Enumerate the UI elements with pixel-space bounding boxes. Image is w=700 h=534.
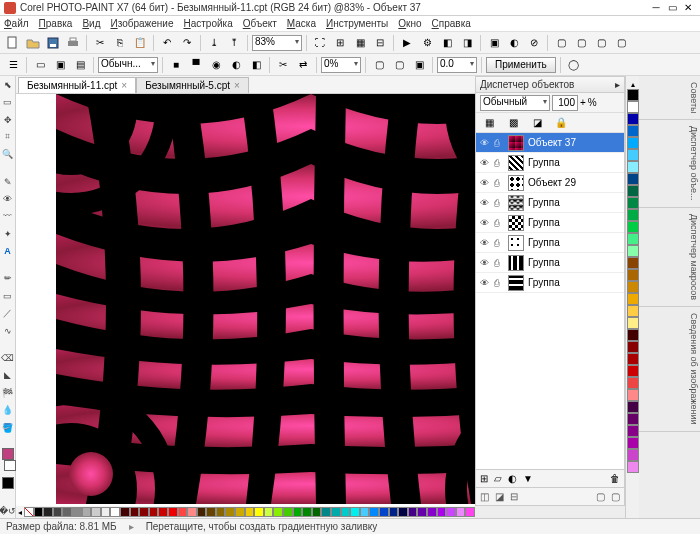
print-icon[interactable]: ⎙ <box>494 178 504 188</box>
color-swatch[interactable] <box>627 461 639 473</box>
color-swatch[interactable] <box>139 507 149 517</box>
copy-button[interactable]: ⎘ <box>111 34 129 52</box>
blendmode-combo[interactable]: Обычн... <box>98 57 158 73</box>
new-group-button[interactable]: ▱ <box>494 473 502 484</box>
new-mask-button[interactable]: ◐ <box>508 473 517 484</box>
fg-color[interactable] <box>2 448 14 460</box>
mask-remove-button[interactable]: ⊘ <box>525 34 543 52</box>
opts2-button[interactable]: ▢ <box>611 491 620 502</box>
swatch-left-icon[interactable]: ◂ <box>16 508 24 517</box>
color-swatch[interactable] <box>283 507 293 517</box>
lock-trans-button[interactable]: ▦ <box>480 114 498 132</box>
layer-row[interactable]: 👁⎙Группа <box>476 153 624 173</box>
color-swatch[interactable] <box>627 377 639 389</box>
redo-button[interactable]: ↷ <box>178 34 196 52</box>
color-swatch[interactable] <box>417 507 427 517</box>
color-swatch[interactable] <box>43 507 53 517</box>
plus-icon[interactable]: + <box>580 97 586 108</box>
color-swatch[interactable] <box>627 173 639 185</box>
visibility-icon[interactable]: 👁 <box>480 258 490 268</box>
new-button[interactable] <box>4 34 22 52</box>
close-tab-icon[interactable]: × <box>234 80 240 91</box>
print-icon[interactable]: ⎙ <box>494 198 504 208</box>
color-swatch[interactable] <box>149 507 159 517</box>
color-swatch[interactable] <box>627 221 639 233</box>
color-swatch[interactable] <box>264 507 274 517</box>
color-swatch[interactable] <box>130 507 140 517</box>
path-tool[interactable]: ∿ <box>1 324 15 337</box>
color-swatch[interactable] <box>350 507 360 517</box>
color-swatch[interactable] <box>331 507 341 517</box>
visibility-icon[interactable]: 👁 <box>480 178 490 188</box>
layer-row[interactable]: 👁⎙Группа <box>476 193 624 213</box>
layer-row[interactable]: 👁⎙Группа <box>476 213 624 233</box>
color-swatch[interactable] <box>254 507 264 517</box>
grid-button[interactable]: ▦ <box>351 34 369 52</box>
color-swatch[interactable] <box>627 281 639 293</box>
targ3-button[interactable]: ▣ <box>410 56 428 74</box>
clone-tool[interactable]: ✎ <box>1 175 15 188</box>
color-swatch[interactable] <box>101 507 111 517</box>
line-tool[interactable]: ／ <box>1 307 15 320</box>
lock-pixels-button[interactable]: ▩ <box>504 114 522 132</box>
maximize-button[interactable]: ▭ <box>664 1 680 15</box>
targ2-button[interactable]: ▢ <box>390 56 408 74</box>
presets-button[interactable]: ☰ <box>4 56 22 74</box>
zoom-tool[interactable]: 🔍 <box>1 148 15 161</box>
targ1-button[interactable]: ▢ <box>370 56 388 74</box>
color-swatch[interactable] <box>379 507 389 517</box>
print-icon[interactable]: ⎙ <box>494 138 504 148</box>
color-swatch[interactable] <box>369 507 379 517</box>
save-button[interactable] <box>44 34 62 52</box>
redeye-tool[interactable]: 👁 <box>1 192 15 205</box>
swatch-up-icon[interactable]: ▴ <box>631 80 635 89</box>
menu-окно[interactable]: Окно <box>398 18 421 29</box>
doc-tab[interactable]: Безымянный-11.cpt× <box>18 77 136 93</box>
color-swatch[interactable] <box>627 245 639 257</box>
mask-invert-button[interactable]: ◐ <box>505 34 523 52</box>
apply-button[interactable]: Применить <box>486 57 556 73</box>
layer-row[interactable]: 👁⎙Группа <box>476 253 624 273</box>
color-swatch[interactable] <box>627 161 639 173</box>
tog2-button[interactable]: ▢ <box>572 34 590 52</box>
color-swatch[interactable] <box>437 507 447 517</box>
combine3-button[interactable]: ⊟ <box>510 491 518 502</box>
color-swatch[interactable] <box>627 425 639 437</box>
crop-tool[interactable]: ⌗ <box>1 130 15 143</box>
menu-справка[interactable]: Справка <box>432 18 471 29</box>
paste-button[interactable]: 📋 <box>131 34 149 52</box>
effect-tool[interactable]: ✦ <box>1 227 15 240</box>
color-swatch[interactable] <box>627 257 639 269</box>
color-swatch[interactable] <box>446 507 456 517</box>
lock-button[interactable]: 🔒 <box>552 114 570 132</box>
color-swatch[interactable] <box>627 389 639 401</box>
mode-normal-button[interactable]: ▭ <box>31 56 49 74</box>
layer-row[interactable]: 👁⎙Объект 29 <box>476 173 624 193</box>
color-swatch[interactable] <box>187 507 197 517</box>
fullscreen-button[interactable]: ⛶ <box>311 34 329 52</box>
color-swatch[interactable] <box>627 341 639 353</box>
guides-button[interactable]: ⊟ <box>371 34 389 52</box>
color-swatch[interactable] <box>427 507 437 517</box>
color-swatch[interactable] <box>120 507 130 517</box>
delete-layer-button[interactable]: 🗑 <box>610 473 620 484</box>
pick-tool[interactable]: ⬉ <box>1 78 15 91</box>
app1-button[interactable]: ◧ <box>438 34 456 52</box>
layer-row[interactable]: 👁⎙Группа <box>476 273 624 293</box>
color-swatch[interactable] <box>72 507 82 517</box>
color-swatch[interactable] <box>225 507 235 517</box>
tolerance-combo[interactable]: 0.0 <box>437 57 477 73</box>
undo-button[interactable]: ↶ <box>158 34 176 52</box>
color-swatch[interactable] <box>53 507 63 517</box>
merge-button[interactable]: ▼ <box>523 473 533 484</box>
color-swatch[interactable] <box>627 305 639 317</box>
scissors-icon[interactable]: ✂ <box>274 56 292 74</box>
opacity-combo[interactable]: 0% <box>321 57 361 73</box>
color-swatch[interactable] <box>197 507 207 517</box>
flip-icon[interactable]: ⇄ <box>294 56 312 74</box>
mode-sub-button[interactable]: ▤ <box>71 56 89 74</box>
mask-show-button[interactable]: ▣ <box>485 34 503 52</box>
menu-инструменты[interactable]: Инструменты <box>326 18 388 29</box>
color-swatch[interactable] <box>627 353 639 365</box>
visibility-icon[interactable]: 👁 <box>480 218 490 228</box>
